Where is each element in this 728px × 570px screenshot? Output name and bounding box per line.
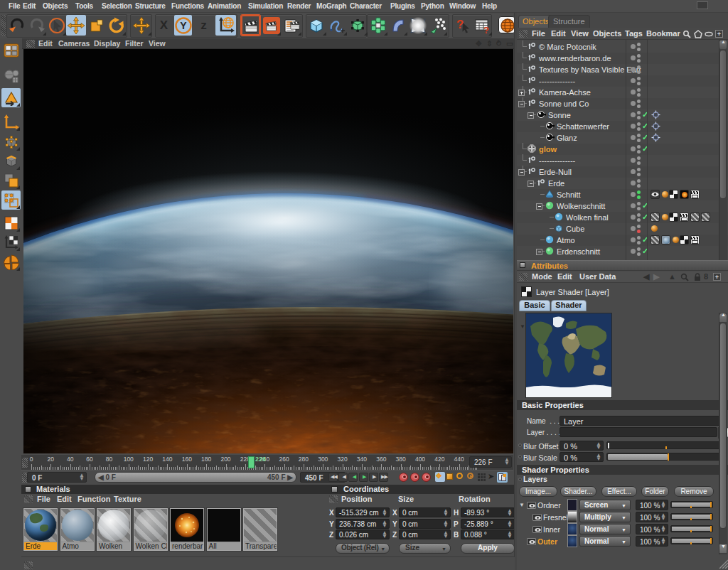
svg-text:Y: Y — [180, 20, 187, 31]
